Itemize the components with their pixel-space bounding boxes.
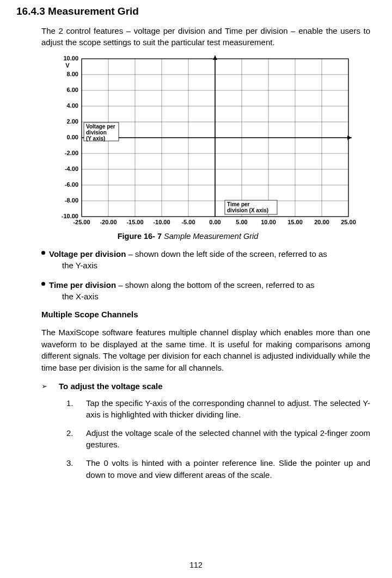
arrow-icon: ➢ [41, 382, 59, 390]
svg-text:8.00: 8.00 [67, 71, 78, 77]
svg-text:5.00: 5.00 [236, 219, 247, 225]
list-item: 2. Adjust the voltage scale of the selec… [66, 427, 370, 451]
bullet-text: – shown down the left side of the screen… [126, 249, 327, 259]
body-paragraph: The MaxiScope software features multiple… [41, 327, 370, 373]
list-item: 1. Tap the specific Y-axis of the corres… [66, 397, 370, 421]
step-text: Tap the specific Y-axis of the correspon… [86, 397, 370, 421]
procedure-title-row: ➢ To adjust the voltage scale [41, 382, 370, 391]
bullet-icon [41, 251, 45, 255]
svg-text:0.00: 0.00 [209, 219, 220, 225]
bullet-icon [41, 282, 45, 286]
step-text: Adjust the voltage scale of the selected… [86, 427, 370, 451]
subheading: Multiple Scope Channels [41, 310, 370, 319]
svg-text:-25.00: -25.00 [73, 219, 90, 225]
svg-text:Time per: Time per [227, 201, 250, 207]
svg-text:20.00: 20.00 [314, 219, 329, 225]
svg-text:division (X axis): division (X axis) [227, 207, 268, 213]
svg-text:0.00: 0.00 [67, 134, 78, 140]
step-text: The 0 volts is hinted with a pointer ref… [86, 457, 370, 481]
svg-text:V: V [65, 62, 70, 69]
svg-text:-20.00: -20.00 [100, 219, 117, 225]
figure-label: Figure 16- 7 [118, 232, 162, 241]
svg-text:2.00: 2.00 [67, 118, 78, 125]
svg-text:(Y axis): (Y axis) [86, 136, 105, 142]
list-item: 3. The 0 volts is hinted with a pointer … [66, 457, 370, 481]
svg-text:15.00: 15.00 [287, 219, 303, 225]
svg-text:-4.00: -4.00 [65, 165, 78, 172]
svg-text:-6.00: -6.00 [65, 181, 78, 188]
step-number: 3. [66, 457, 86, 481]
svg-marker-24 [347, 136, 352, 140]
bullet-lead: Voltage per division [49, 249, 126, 259]
figure-caption: Figure 16- 7 Sample Measurement Grid [5, 232, 370, 241]
bullet-list: Voltage per division – shown down the le… [41, 248, 370, 302]
bullet-rest: the Y-axis [49, 260, 370, 271]
intro-paragraph: The 2 control features – voltage per div… [41, 25, 370, 48]
svg-text:-5.00: -5.00 [181, 219, 195, 225]
svg-text:Voltage per: Voltage per [86, 124, 115, 130]
bullet-rest: the X-axis [49, 291, 370, 302]
bullet-lead: Time per division [49, 280, 116, 290]
procedure-title: To adjust the voltage scale [59, 382, 163, 391]
svg-text:10.00: 10.00 [63, 55, 78, 62]
bullet-item: Voltage per division – shown down the le… [41, 248, 370, 272]
svg-text:division: division [86, 130, 107, 136]
figure-title: Sample Measurement Grid [162, 232, 258, 241]
svg-text:-15.00: -15.00 [126, 219, 143, 225]
svg-marker-26 [213, 56, 217, 60]
svg-text:-2.00: -2.00 [65, 150, 78, 156]
ordered-steps: 1. Tap the specific Y-axis of the corres… [66, 397, 370, 481]
step-number: 2. [66, 427, 86, 451]
svg-text:6.00: 6.00 [67, 87, 78, 93]
section-heading: 16.4.3 Measurement Grid [16, 5, 370, 17]
bullet-text: – shown along the bottom of the screen, … [116, 280, 314, 290]
step-number: 1. [66, 397, 86, 421]
svg-text:25.00: 25.00 [341, 219, 356, 225]
svg-text:-10.00: -10.00 [153, 219, 170, 225]
svg-text:4.00: 4.00 [67, 102, 78, 109]
svg-text:-8.00: -8.00 [65, 197, 78, 204]
bullet-item: Time per division – shown along the bott… [41, 279, 370, 303]
measurement-grid-chart: -10.00-8.00-6.00-4.00-2.000.002.004.006.… [54, 53, 370, 230]
svg-text:10.00: 10.00 [261, 219, 276, 225]
page-number: 112 [0, 561, 392, 569]
